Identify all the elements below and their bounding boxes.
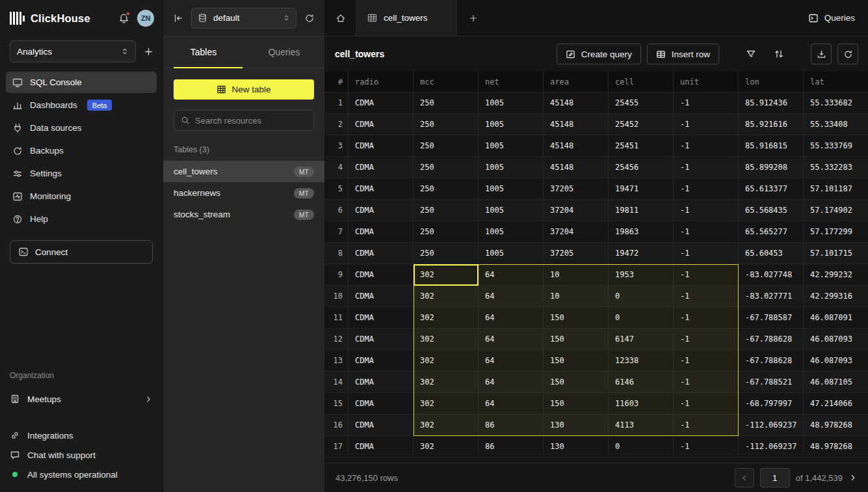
row-number-cell[interactable]: 13	[325, 350, 349, 372]
database-select[interactable]: default	[191, 8, 296, 29]
grid-cell[interactable]: CDMA	[349, 157, 414, 178]
queries-button[interactable]: Queries	[795, 0, 868, 36]
grid-cell[interactable]: -1	[674, 372, 739, 393]
column-header-cell[interactable]: cell	[609, 72, 674, 92]
grid-cell[interactable]: 250	[414, 178, 479, 200]
row-number-cell[interactable]: 17	[325, 436, 349, 458]
row-number-cell[interactable]: 8	[325, 243, 349, 264]
grid-cell[interactable]: 57.101715	[804, 243, 868, 264]
grid-cell[interactable]: 85.921616	[739, 114, 804, 135]
grid-cell[interactable]: -1	[674, 92, 739, 114]
grid-cell[interactable]: 64	[479, 286, 544, 307]
grid-cell[interactable]: CDMA	[349, 178, 414, 200]
grid-cell[interactable]: -1	[674, 114, 739, 135]
column-header-lon[interactable]: lon	[739, 72, 804, 92]
notifications-bell-icon[interactable]	[118, 13, 129, 24]
grid-cell[interactable]: -1	[674, 329, 739, 350]
grid-cell[interactable]: -83.027771	[739, 286, 804, 307]
grid-cell[interactable]: 250	[414, 114, 479, 135]
grid-cell[interactable]: 1005	[479, 114, 544, 135]
grid-cell[interactable]: 302	[414, 436, 479, 458]
grid-cell[interactable]: 48.978268	[804, 436, 868, 458]
grid-cell[interactable]: 1005	[479, 200, 544, 221]
grid-cell[interactable]: 85.899208	[739, 157, 804, 178]
grid-cell[interactable]: 37205	[544, 178, 609, 200]
grid-cell[interactable]: -1	[674, 135, 739, 157]
row-number-cell[interactable]: 14	[325, 372, 349, 393]
row-number-cell[interactable]: 4	[325, 157, 349, 178]
grid-cell[interactable]: CDMA	[349, 243, 414, 264]
tab-cell-towers[interactable]: cell_towers	[356, 0, 457, 36]
grid-cell[interactable]: -67.788628	[739, 329, 804, 350]
row-number-cell[interactable]: 1	[325, 92, 349, 114]
page-number-input[interactable]	[760, 468, 790, 487]
grid-cell[interactable]: 25455	[609, 92, 674, 114]
grid-cell[interactable]: 302	[414, 350, 479, 372]
download-button[interactable]	[811, 44, 832, 64]
avatar[interactable]: ZN	[137, 10, 154, 27]
grid-cell[interactable]: CDMA	[349, 200, 414, 221]
grid-cell[interactable]: -112.069237	[739, 415, 804, 436]
grid-cell[interactable]: 42.299316	[804, 286, 868, 307]
grid-cell[interactable]: 55.33408	[804, 114, 868, 135]
grid-cell[interactable]: -1	[674, 243, 739, 264]
column-header-area[interactable]: area	[544, 72, 609, 92]
grid-cell[interactable]: 46.087093	[804, 329, 868, 350]
grid-cell[interactable]: 150	[544, 393, 609, 415]
grid-cell[interactable]: CDMA	[349, 114, 414, 135]
grid-cell[interactable]: 1005	[479, 157, 544, 178]
grid-cell[interactable]: 65.565277	[739, 221, 804, 243]
next-page-button[interactable]	[848, 473, 858, 482]
grid-cell[interactable]: CDMA	[349, 264, 414, 286]
grid-cell[interactable]: 302	[414, 264, 479, 286]
column-header-unit[interactable]: unit	[674, 72, 739, 92]
grid-cell[interactable]: 65.613377	[739, 178, 804, 200]
grid-cell[interactable]: 25456	[609, 157, 674, 178]
grid-cell[interactable]: CDMA	[349, 92, 414, 114]
grid-cell[interactable]: 10	[544, 264, 609, 286]
row-number-cell[interactable]: 16	[325, 415, 349, 436]
grid-cell[interactable]: 64	[479, 307, 544, 329]
sidebar-item-data-sources[interactable]: Data sources	[6, 117, 157, 139]
grid-cell[interactable]: -1	[674, 264, 739, 286]
sidebar-item-backups[interactable]: Backups	[6, 140, 157, 161]
grid-cell[interactable]: CDMA	[349, 350, 414, 372]
grid-cell[interactable]: 19472	[609, 243, 674, 264]
sidebar-item-integrations[interactable]: Integrations	[10, 427, 153, 444]
prev-page-button[interactable]	[735, 468, 754, 487]
grid-cell[interactable]: 12338	[609, 350, 674, 372]
sidebar-item-sql-console[interactable]: SQL Console	[6, 72, 157, 93]
grid-cell[interactable]: 250	[414, 243, 479, 264]
grid-cell[interactable]: 45148	[544, 114, 609, 135]
grid-cell[interactable]: 302	[414, 372, 479, 393]
grid-cell[interactable]: -1	[674, 436, 739, 458]
row-number-cell[interactable]: 15	[325, 393, 349, 415]
grid-cell[interactable]: -68.797997	[739, 393, 804, 415]
grid-cell[interactable]: CDMA	[349, 436, 414, 458]
grid-cell[interactable]: -1	[674, 286, 739, 307]
list-item-stocks-stream[interactable]: stocks_stream MT	[163, 204, 324, 225]
grid-cell[interactable]: 150	[544, 307, 609, 329]
grid-cell[interactable]: 55.333769	[804, 135, 868, 157]
grid-cell[interactable]: 85.916815	[739, 135, 804, 157]
grid-cell[interactable]: 42.299232	[804, 264, 868, 286]
grid-cell[interactable]: 4113	[609, 415, 674, 436]
sidebar-item-monitoring[interactable]: Monitoring	[6, 185, 157, 207]
grid-cell[interactable]: 47.214066	[804, 393, 868, 415]
collapse-panel-button[interactable]	[173, 13, 183, 23]
grid-cell[interactable]: 64	[479, 350, 544, 372]
grid-cell[interactable]: 37204	[544, 200, 609, 221]
grid-cell[interactable]: -1	[674, 350, 739, 372]
grid-cell[interactable]: 55.333682	[804, 92, 868, 114]
add-workspace-button[interactable]	[144, 47, 153, 57]
row-number-cell[interactable]: 7	[325, 221, 349, 243]
column-header-mcc[interactable]: mcc	[414, 72, 479, 92]
filter-button[interactable]	[740, 44, 762, 64]
grid-cell[interactable]: -1	[674, 393, 739, 415]
grid-cell[interactable]: 64	[479, 264, 544, 286]
row-number-cell[interactable]: 11	[325, 307, 349, 329]
grid-cell[interactable]: 48.978268	[804, 415, 868, 436]
grid-cell[interactable]: 10	[544, 286, 609, 307]
grid-cell[interactable]: 250	[414, 200, 479, 221]
grid-cell[interactable]: 45148	[544, 157, 609, 178]
